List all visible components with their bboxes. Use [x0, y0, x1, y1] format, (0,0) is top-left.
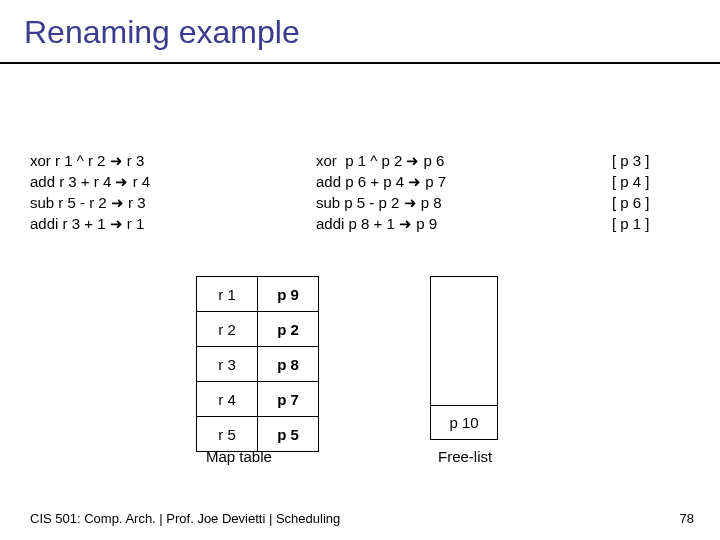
map-p-cell: p 7: [258, 382, 319, 417]
map-r-cell: r 3: [197, 347, 258, 382]
map-table-label: Map table: [206, 448, 272, 465]
slide-title: Renaming example: [24, 14, 300, 51]
map-p-cell: p 2: [258, 312, 319, 347]
page-number: 78: [680, 511, 694, 526]
map-p-cell: p 8: [258, 347, 319, 382]
table-row: r 1 p 9: [197, 277, 319, 312]
slide-footer: CIS 501: Comp. Arch. | Prof. Joe Deviett…: [30, 511, 340, 526]
map-table: r 1 p 9 r 2 p 2 r 3 p 8 r 4 p 7 r 5 p 5: [196, 276, 319, 452]
map-r-cell: r 5: [197, 417, 258, 452]
table-row: r 3 p 8: [197, 347, 319, 382]
map-p-cell: p 5: [258, 417, 319, 452]
free-list-cell: p 10: [431, 405, 497, 439]
map-p-cell: p 9: [258, 277, 319, 312]
map-r-cell: r 1: [197, 277, 258, 312]
freed-registers-block: [ p 3 ] [ p 4 ] [ p 6 ] [ p 1 ]: [612, 150, 650, 234]
map-r-cell: r 4: [197, 382, 258, 417]
free-list-box: p 10: [430, 276, 498, 440]
logical-instruction-block: xor r 1 ^ r 2 ➜ r 3 add r 3 + r 4 ➜ r 4 …: [30, 150, 150, 234]
table-row: r 4 p 7: [197, 382, 319, 417]
title-underline: [0, 62, 720, 64]
map-r-cell: r 2: [197, 312, 258, 347]
physical-instruction-block: xor p 1 ^ p 2 ➜ p 6 add p 6 + p 4 ➜ p 7 …: [316, 150, 446, 234]
free-list-label: Free-list: [438, 448, 492, 465]
table-row: r 2 p 2: [197, 312, 319, 347]
table-row: r 5 p 5: [197, 417, 319, 452]
